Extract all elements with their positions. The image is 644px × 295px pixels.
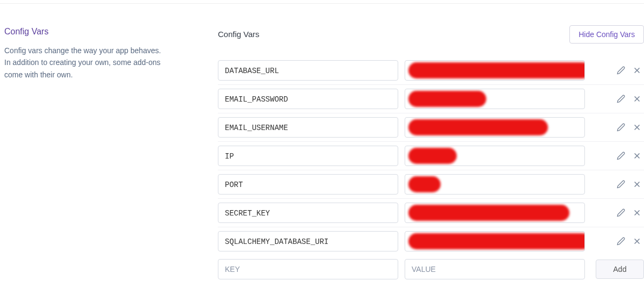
config-var-value[interactable] [405, 203, 585, 223]
config-var-key[interactable]: SECRET_KEY [218, 203, 398, 223]
row-actions [616, 236, 644, 246]
config-var-value[interactable] [405, 117, 585, 138]
pencil-icon[interactable] [616, 179, 626, 189]
config-var-row: DATABASE_URL [218, 56, 644, 85]
config-var-value[interactable] [405, 89, 585, 109]
config-var-key[interactable]: EMAIL_USERNAME [218, 117, 398, 138]
pencil-icon[interactable] [616, 123, 626, 132]
config-var-row: EMAIL_USERNAME [218, 113, 644, 142]
sidebar: Config Vars Config vars change the way y… [0, 4, 218, 295]
pencil-icon[interactable] [616, 94, 626, 104]
config-var-row: EMAIL_PASSWORD [218, 85, 644, 113]
pencil-icon[interactable] [616, 208, 626, 218]
row-actions [616, 66, 644, 75]
close-icon[interactable] [632, 94, 642, 104]
hide-config-vars-button[interactable]: Hide Config Vars [569, 25, 644, 44]
config-var-key[interactable]: SQLALCHEMY_DATABASE_URI [218, 231, 398, 251]
pencil-icon[interactable] [616, 236, 626, 246]
add-button[interactable]: Add [596, 260, 644, 279]
close-icon[interactable] [632, 179, 642, 189]
config-var-value[interactable] [405, 146, 585, 166]
redacted-value [408, 119, 548, 135]
config-var-key[interactable]: IP [218, 146, 398, 166]
pencil-icon[interactable] [616, 151, 626, 161]
config-var-row: IP [218, 142, 644, 170]
sidebar-description: Config vars change the way your app beha… [4, 45, 165, 81]
config-var-row: SECRET_KEY [218, 199, 644, 227]
redacted-value [408, 148, 457, 164]
config-var-row: PORT [218, 170, 644, 199]
row-actions [616, 123, 644, 132]
main-heading: Config Vars [218, 28, 259, 41]
new-value-input[interactable] [405, 259, 585, 279]
close-icon[interactable] [632, 151, 642, 161]
redacted-value [408, 62, 585, 78]
redacted-value [408, 91, 486, 107]
close-icon[interactable] [632, 236, 642, 246]
config-var-row: SQLALCHEMY_DATABASE_URI [218, 227, 644, 255]
sidebar-title: Config Vars [4, 25, 207, 38]
config-vars-section: Config Vars Config vars change the way y… [0, 3, 644, 295]
redacted-value [408, 176, 441, 192]
config-var-value[interactable] [405, 174, 585, 195]
config-var-value[interactable] [405, 231, 585, 251]
main-panel: Config Vars Hide Config Vars DATABASE_UR… [218, 4, 644, 295]
config-var-list: DATABASE_URLEMAIL_PASSWORDEMAIL_USERNAME… [218, 56, 644, 255]
new-key-input[interactable] [218, 259, 398, 279]
config-var-key[interactable]: EMAIL_PASSWORD [218, 89, 398, 109]
row-actions [616, 179, 644, 189]
config-var-key[interactable]: DATABASE_URL [218, 60, 398, 81]
main-header: Config Vars Hide Config Vars [218, 25, 644, 44]
row-actions [616, 208, 644, 218]
redacted-value [408, 233, 585, 249]
close-icon[interactable] [632, 123, 642, 132]
config-var-key[interactable]: PORT [218, 174, 398, 195]
row-actions [616, 151, 644, 161]
pencil-icon[interactable] [616, 66, 626, 75]
redacted-value [408, 205, 569, 221]
close-icon[interactable] [632, 66, 642, 75]
close-icon[interactable] [632, 208, 642, 218]
new-config-var-row: Add [218, 255, 644, 283]
row-actions [616, 94, 644, 104]
config-var-value[interactable] [405, 60, 585, 81]
